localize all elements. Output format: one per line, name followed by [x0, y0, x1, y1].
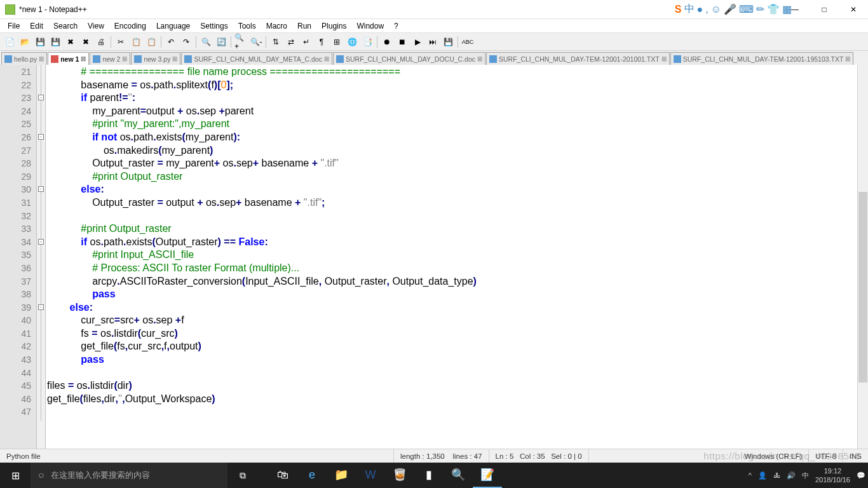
- paste-icon[interactable]: 📋: [144, 35, 158, 49]
- fold-toggle[interactable]: −: [38, 95, 44, 100]
- undo-icon[interactable]: ↶: [164, 35, 178, 49]
- close-button[interactable]: ✕: [839, 0, 868, 19]
- zoom-in-icon[interactable]: 🔍+: [234, 35, 248, 49]
- tab[interactable]: new 3.py⊠: [131, 52, 180, 65]
- notepadpp-icon[interactable]: 📝: [473, 463, 502, 488]
- print-icon[interactable]: 🖨: [94, 35, 108, 49]
- tab-close-icon[interactable]: ⊠: [122, 55, 127, 62]
- open-file-icon[interactable]: 📂: [18, 35, 32, 49]
- tray-notifications-icon[interactable]: 💬: [857, 471, 865, 480]
- fold-toggle[interactable]: −: [38, 239, 44, 245]
- tab[interactable]: SURF_CLI_CHN_MUL_DAY-TEM-12001-195103.TX…: [670, 52, 854, 65]
- store-icon[interactable]: 🛍: [268, 463, 297, 488]
- tab-close-icon[interactable]: ⊠: [39, 55, 44, 62]
- tab[interactable]: SURF_CLI_CHN_MUL_DAY-TEM-12001-201001.TX…: [486, 52, 670, 65]
- code-editor[interactable]: # ================ file name process ===…: [46, 65, 857, 449]
- ime-toolbar: S中●,☺🎤⌨✏👕▦: [675, 3, 792, 16]
- menu-plugins[interactable]: Plugins: [316, 20, 351, 32]
- app2-icon[interactable]: 🔍: [444, 463, 473, 488]
- find-icon[interactable]: 🔍: [199, 35, 213, 49]
- explorer-icon[interactable]: 📁: [327, 463, 356, 488]
- save-all-icon[interactable]: 💾: [48, 35, 62, 49]
- tab-close-icon[interactable]: ⊠: [81, 55, 86, 62]
- wordwrap-icon[interactable]: ↵: [299, 35, 313, 49]
- menu-[interactable]: ?: [389, 20, 403, 32]
- separator: [231, 36, 231, 48]
- menu-language[interactable]: Language: [151, 20, 195, 32]
- close-all-icon[interactable]: ✖: [79, 35, 93, 49]
- cut-icon[interactable]: ✂: [114, 35, 128, 49]
- tray-people-icon[interactable]: 👤: [758, 471, 767, 480]
- tab[interactable]: SURF_CLI_CHN_MUL_DAY_DOCU_C.doc⊠: [333, 52, 485, 65]
- close-file-icon[interactable]: ✖: [64, 35, 78, 49]
- menu-search[interactable]: Search: [48, 20, 83, 32]
- cmd-icon[interactable]: ▮: [414, 463, 444, 488]
- play-multi-icon[interactable]: ⏭: [426, 35, 440, 49]
- menu-encoding[interactable]: Encoding: [109, 20, 151, 32]
- tray-volume-icon[interactable]: 🔊: [787, 471, 796, 480]
- show-chars-icon[interactable]: ¶: [315, 35, 329, 49]
- ime-icon-5[interactable]: 🎤: [724, 3, 736, 15]
- menu-file[interactable]: File: [3, 20, 25, 32]
- task-view-icon[interactable]: ⧉: [227, 463, 258, 488]
- tray-ime-icon[interactable]: 中: [802, 471, 809, 480]
- ime-icon-2[interactable]: ●: [697, 4, 703, 15]
- doc-map-icon[interactable]: 📑: [360, 35, 374, 49]
- tray-network-icon[interactable]: 🖧: [773, 471, 780, 479]
- sync-h-icon[interactable]: ⇄: [284, 35, 298, 49]
- tab-close-icon[interactable]: ⊠: [661, 55, 667, 62]
- redo-icon[interactable]: ↷: [179, 35, 193, 49]
- menu-window[interactable]: Window: [351, 20, 389, 32]
- system-tray: ^ 👤 🖧 🔊 中 19:12 2018/10/16 💬: [749, 466, 865, 484]
- ime-icon-1[interactable]: 中: [684, 3, 695, 16]
- app1-icon[interactable]: 🥃: [385, 463, 414, 488]
- new-file-icon[interactable]: 📄: [3, 35, 17, 49]
- save-macro-icon[interactable]: 💾: [441, 35, 455, 49]
- record-macro-icon[interactable]: ⏺: [380, 35, 394, 49]
- tab-close-icon[interactable]: ⊠: [324, 55, 329, 62]
- taskbar-search[interactable]: ○ 在这里输入你要搜索的内容: [31, 463, 227, 488]
- ime-icon-6[interactable]: ⌨: [739, 3, 754, 15]
- copy-icon[interactable]: 📋: [129, 35, 143, 49]
- indent-guide-icon[interactable]: ⊞: [330, 35, 344, 49]
- tab-close-icon[interactable]: ⊠: [172, 55, 177, 62]
- edge-icon[interactable]: e: [297, 463, 327, 488]
- menu-run[interactable]: Run: [292, 20, 316, 32]
- start-button[interactable]: ⊞: [0, 463, 31, 488]
- tab-close-icon[interactable]: ⊠: [845, 55, 850, 62]
- ime-icon-3[interactable]: ,: [705, 4, 708, 15]
- menu-tools[interactable]: Tools: [233, 20, 261, 32]
- menu-view[interactable]: View: [83, 20, 109, 32]
- tab[interactable]: SURF_CLI_CHN_MUL_DAY_META_C.doc⊠: [181, 52, 332, 65]
- ime-icon-7[interactable]: ✏: [756, 3, 764, 15]
- ime-icon-4[interactable]: ☺: [711, 4, 721, 15]
- tab-close-icon[interactable]: ⊠: [477, 55, 482, 62]
- replace-icon[interactable]: 🔄: [214, 35, 228, 49]
- tab[interactable]: new 1⊠: [48, 52, 89, 65]
- fold-toggle[interactable]: −: [38, 134, 44, 140]
- save-icon[interactable]: 💾: [33, 35, 47, 49]
- spellcheck-icon[interactable]: ABC: [461, 35, 475, 49]
- sync-v-icon[interactable]: ⇅: [269, 35, 283, 49]
- fold-toggle[interactable]: −: [38, 304, 44, 310]
- word-icon[interactable]: W: [356, 463, 385, 488]
- fold-toggle[interactable]: −: [38, 186, 44, 192]
- scrollbar-thumb[interactable]: [858, 192, 867, 383]
- ime-icon-0[interactable]: S: [675, 4, 682, 15]
- ime-icon-8[interactable]: 👕: [767, 3, 780, 15]
- file-icon: [51, 55, 58, 63]
- vertical-scrollbar[interactable]: [857, 65, 868, 449]
- stop-macro-icon[interactable]: ⏹: [395, 35, 409, 49]
- zoom-out-icon[interactable]: 🔍-: [249, 35, 263, 49]
- maximize-button[interactable]: □: [810, 0, 839, 19]
- tray-clock[interactable]: 19:12 2018/10/16: [815, 466, 850, 484]
- tab[interactable]: new 2⊠: [90, 52, 130, 65]
- minimize-button[interactable]: —: [780, 0, 810, 19]
- menu-edit[interactable]: Edit: [25, 20, 48, 32]
- tab[interactable]: hello.py⊠: [1, 52, 47, 65]
- lang-icon[interactable]: 🌐: [345, 35, 359, 49]
- tray-up-icon[interactable]: ^: [749, 471, 752, 479]
- menu-macro[interactable]: Macro: [261, 20, 292, 32]
- menu-settings[interactable]: Settings: [195, 20, 233, 32]
- play-macro-icon[interactable]: ▶: [410, 35, 424, 49]
